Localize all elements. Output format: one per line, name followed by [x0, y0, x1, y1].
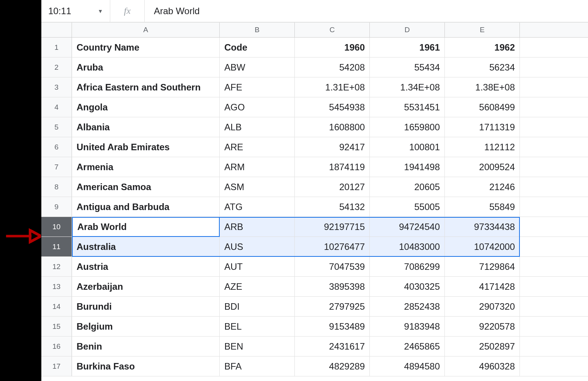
- cell[interactable]: 1962: [445, 38, 520, 57]
- cell[interactable]: Burundi: [72, 297, 220, 316]
- cell[interactable]: 1961: [370, 38, 445, 57]
- cell[interactable]: Africa Eastern and Southern: [72, 77, 220, 97]
- column-header[interactable]: A: [72, 23, 220, 37]
- row-header[interactable]: 6: [41, 137, 72, 157]
- cell[interactable]: Armenia: [72, 157, 220, 177]
- cell[interactable]: 21246: [445, 177, 520, 197]
- cell[interactable]: BEN: [220, 337, 295, 356]
- column-header[interactable]: C: [295, 23, 370, 37]
- cell[interactable]: 97334438: [445, 217, 520, 236]
- cell[interactable]: 4960328: [445, 356, 520, 376]
- cell[interactable]: 7129864: [445, 257, 520, 276]
- cell[interactable]: 2431617: [295, 337, 370, 356]
- cell[interactable]: 1874119: [295, 157, 370, 177]
- cell[interactable]: AFE: [220, 77, 295, 97]
- cell[interactable]: 10483000: [370, 237, 445, 256]
- cell[interactable]: 2465865: [370, 337, 445, 356]
- cell[interactable]: 54208: [295, 57, 370, 77]
- cell[interactable]: 2797925: [295, 297, 370, 316]
- cell[interactable]: 2852438: [370, 297, 445, 316]
- cell[interactable]: 2009524: [445, 157, 520, 177]
- cell[interactable]: Antigua and Barbuda: [72, 197, 220, 217]
- cell[interactable]: 2502897: [445, 337, 520, 356]
- cell[interactable]: Austria: [72, 257, 220, 276]
- cell[interactable]: Aruba: [72, 57, 220, 77]
- cell[interactable]: 10742000: [445, 237, 520, 256]
- cell[interactable]: ALB: [220, 117, 295, 137]
- cell[interactable]: 100801: [370, 137, 445, 157]
- cell[interactable]: Angola: [72, 97, 220, 117]
- cell[interactable]: AUS: [220, 237, 295, 256]
- column-header[interactable]: B: [220, 23, 295, 37]
- cell[interactable]: BFA: [220, 356, 295, 376]
- cell[interactable]: 3895398: [295, 277, 370, 296]
- cell[interactable]: 20127: [295, 177, 370, 197]
- cell[interactable]: 2907320: [445, 297, 520, 316]
- cell[interactable]: AUT: [220, 257, 295, 276]
- row-header[interactable]: 10: [41, 217, 72, 236]
- formula-input[interactable]: Arab World: [145, 6, 588, 16]
- cell[interactable]: 4171428: [445, 277, 520, 296]
- row-header[interactable]: 16: [41, 337, 72, 356]
- cell[interactable]: 55005: [370, 197, 445, 217]
- row-header[interactable]: 12: [41, 257, 72, 276]
- row-header[interactable]: 5: [41, 117, 72, 137]
- cell[interactable]: 1.34E+08: [370, 77, 445, 97]
- cell[interactable]: Code: [220, 38, 295, 57]
- cell[interactable]: AZE: [220, 277, 295, 296]
- cell[interactable]: 5531451: [370, 97, 445, 117]
- cell[interactable]: ARB: [220, 217, 295, 236]
- column-header[interactable]: D: [370, 23, 445, 37]
- cell[interactable]: 56234: [445, 57, 520, 77]
- cell[interactable]: Australia: [72, 237, 220, 256]
- row-header[interactable]: 15: [41, 317, 72, 336]
- row-header[interactable]: 9: [41, 197, 72, 217]
- cell[interactable]: 1659800: [370, 117, 445, 137]
- cell[interactable]: United Arab Emirates: [72, 137, 220, 157]
- cell[interactable]: 1941498: [370, 157, 445, 177]
- cell[interactable]: 55434: [370, 57, 445, 77]
- cell[interactable]: Burkina Faso: [72, 356, 220, 376]
- row-header[interactable]: 4: [41, 97, 72, 117]
- cell[interactable]: 20605: [370, 177, 445, 197]
- cell[interactable]: 1960: [295, 38, 370, 57]
- cell[interactable]: 4829289: [295, 356, 370, 376]
- row-header[interactable]: 8: [41, 177, 72, 197]
- row-header[interactable]: 7: [41, 157, 72, 177]
- cell[interactable]: AGO: [220, 97, 295, 117]
- cell[interactable]: 10276477: [295, 237, 370, 256]
- cell[interactable]: 7047539: [295, 257, 370, 276]
- name-box[interactable]: 10:11 ▼: [41, 0, 110, 22]
- cell[interactable]: 9153489: [295, 317, 370, 336]
- cell[interactable]: Belgium: [72, 317, 220, 336]
- cell[interactable]: 9183948: [370, 317, 445, 336]
- cell[interactable]: 1608800: [295, 117, 370, 137]
- column-header[interactable]: E: [445, 23, 520, 37]
- row-header[interactable]: 3: [41, 77, 72, 97]
- cell[interactable]: ABW: [220, 57, 295, 77]
- cell[interactable]: 4894580: [370, 356, 445, 376]
- row-header[interactable]: 11: [41, 237, 72, 256]
- row-header[interactable]: 1: [41, 38, 72, 57]
- cell[interactable]: 1.31E+08: [295, 77, 370, 97]
- row-header[interactable]: 17: [41, 356, 72, 376]
- row-header[interactable]: 14: [41, 297, 72, 316]
- select-all-corner[interactable]: [41, 23, 72, 37]
- cell[interactable]: ARE: [220, 137, 295, 157]
- cell[interactable]: 55849: [445, 197, 520, 217]
- cell[interactable]: Benin: [72, 337, 220, 356]
- cell[interactable]: 94724540: [370, 217, 445, 236]
- cell[interactable]: Country Name: [72, 38, 220, 57]
- cell[interactable]: Albania: [72, 117, 220, 137]
- row-header[interactable]: 2: [41, 57, 72, 77]
- cell[interactable]: Arab World: [72, 217, 220, 236]
- cell[interactable]: 4030325: [370, 277, 445, 296]
- chevron-down-icon[interactable]: ▼: [98, 8, 103, 14]
- cell[interactable]: 9220578: [445, 317, 520, 336]
- cell[interactable]: BEL: [220, 317, 295, 336]
- cell[interactable]: 1711319: [445, 117, 520, 137]
- cell[interactable]: ARM: [220, 157, 295, 177]
- cell[interactable]: 92417: [295, 137, 370, 157]
- cell[interactable]: BDI: [220, 297, 295, 316]
- cell[interactable]: 92197715: [295, 217, 370, 236]
